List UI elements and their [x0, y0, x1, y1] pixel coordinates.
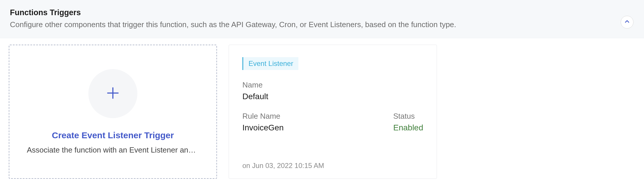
rule-field: Rule Name InvoiceGen [242, 112, 284, 132]
page-title: Functions Triggers [10, 8, 634, 17]
name-field: Name Default [242, 80, 423, 101]
plus-icon-circle [88, 69, 137, 118]
timestamp: on Jun 03, 2022 10:15 AM [242, 162, 423, 170]
collapse-button[interactable] [621, 16, 634, 29]
rule-label: Rule Name [242, 112, 284, 121]
name-value: Default [242, 92, 423, 101]
create-card-description: Associate the function with an Event Lis… [18, 146, 208, 155]
cards-container: Create Event Listener Trigger Associate … [0, 38, 644, 185]
status-field: Status Enabled [393, 112, 423, 132]
name-label: Name [242, 80, 423, 90]
rule-status-row: Rule Name InvoiceGen Status Enabled [242, 112, 423, 132]
trigger-type-badge: Event Listener [242, 57, 298, 70]
rule-value: InvoiceGen [242, 123, 284, 132]
chevron-up-icon [624, 19, 630, 26]
create-trigger-card[interactable]: Create Event Listener Trigger Associate … [9, 45, 217, 179]
plus-icon [106, 86, 120, 101]
page-subtitle: Configure other components that trigger … [10, 20, 634, 29]
trigger-card[interactable]: Event Listener Name Default Rule Name In… [229, 45, 437, 179]
status-label: Status [393, 112, 423, 121]
header-section: Functions Triggers Configure other compo… [0, 0, 644, 38]
status-value: Enabled [393, 123, 423, 132]
create-card-title: Create Event Listener Trigger [52, 130, 174, 140]
